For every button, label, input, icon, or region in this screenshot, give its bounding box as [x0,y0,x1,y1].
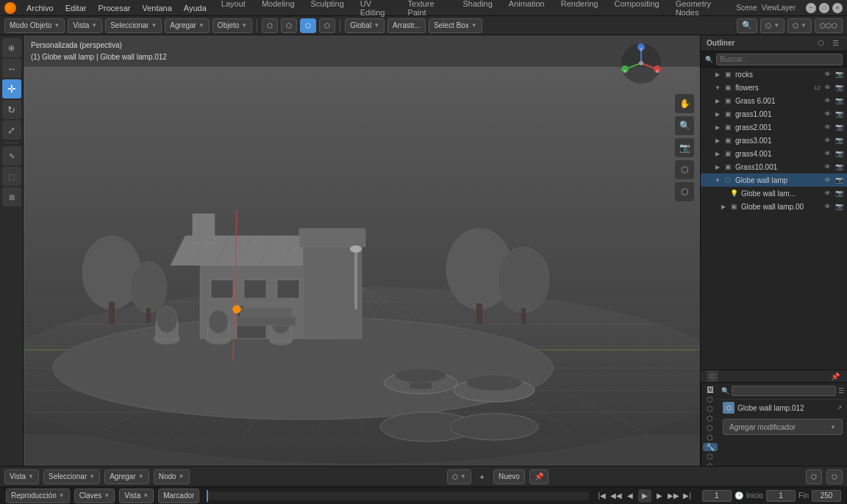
outliner-search-input[interactable] [716,54,843,65]
render-visibility-icon[interactable]: 📷 [834,82,844,93]
menu-ventana[interactable]: Ventana [137,2,176,14]
properties-menu-icon[interactable]: ☰ [838,387,844,395]
vp-nuevo-btn[interactable]: Nuevo [493,469,525,484]
external-link-icon[interactable]: ↗ [837,404,843,411]
vp-pin-btn[interactable]: 📌 [529,469,548,484]
tab-uv-editing[interactable]: UV Editing [353,0,399,18]
timeline-track[interactable] [207,492,588,500]
start-frame-input[interactable]: 1 [766,490,796,502]
visibility-icon[interactable]: 👁 [822,96,832,106]
render-visibility-icon[interactable]: 📷 [834,69,844,79]
vp-render-toggle-btn[interactable]: ⬡ [806,469,822,484]
viewport-shading-btn[interactable]: ⬡ [262,18,278,33]
outliner-item[interactable]: ▶ ▣ grass2.001 👁 📷 [701,120,847,134]
pan-view-btn[interactable]: ✋ [675,94,694,113]
cursor-tool-btn[interactable]: ⊕ [2,38,21,57]
tab-modeling[interactable]: Modeling [254,0,302,18]
scale-tool-btn[interactable]: ⤢ [2,120,21,140]
tab-sculpting[interactable]: Sculpting [304,0,351,18]
viewport-render-btn[interactable]: ⬡ [319,18,335,33]
select-box-dropdown[interactable]: Select Box ▼ [429,18,482,33]
render-visibility-icon[interactable]: 📷 [834,175,844,185]
close-button[interactable]: × [832,3,843,13]
transform-tool-btn[interactable]: ✛ [2,79,21,98]
outliner-item-globe-lamp-00[interactable]: ▶ ▣ Globe wall lamp.00 👁 📷 [701,200,847,213]
arrastr-dropdown[interactable]: Arrastr... [387,18,426,33]
jump-start-btn[interactable]: |◀ [596,490,608,502]
outliner-item[interactable]: ▶ ▣ grass1.001 👁 📷 [701,107,847,120]
prev-keyframe-btn[interactable]: ◀ [624,490,636,502]
render-visibility-icon[interactable]: 📷 [834,162,844,172]
modo-objeto-dropdown[interactable]: Modo Objeto ▼ [4,18,65,33]
next-frame-btn[interactable]: ▶▶ [668,490,679,502]
rotate-tool-btn[interactable]: ↻ [2,100,21,119]
tab-compositing[interactable]: Compositing [607,0,667,18]
agregar-dropdown[interactable]: Agregar ▼ [165,18,210,33]
tab-shading[interactable]: Shading [455,0,499,18]
tl-marcador-dropdown[interactable]: Marcador [158,489,199,503]
render-view-btn[interactable]: ⬡ [675,182,694,201]
outliner-menu-icon[interactable]: ☰ [829,37,841,49]
visibility-icon[interactable]: 👁 [822,162,832,172]
properties-pin-icon[interactable]: 📌 [829,370,841,382]
measure-tool-btn[interactable]: ⬚ [2,167,21,186]
menu-archivo[interactable]: Archivo [22,2,58,14]
vp-shading-toggle-btn[interactable]: ⬡ [826,469,843,484]
vp-agregar-dropdown[interactable]: Agregar ▼ [104,469,149,484]
current-frame-input[interactable]: 1 [702,490,732,502]
render-visibility-icon[interactable]: 📷 [834,201,844,212]
visibility-icon[interactable]: 👁 [822,148,832,159]
render-visibility-icon[interactable]: 📷 [834,188,844,198]
orientation-gizmo[interactable]: Z X Y [619,41,663,85]
outliner-item[interactable]: ▶ ▣ Grass 6.001 👁 📷 [701,94,847,107]
next-keyframe-btn[interactable]: ▶ [654,490,665,502]
outliner-item-globe-lamp[interactable]: ▼ ⬡ Globe wall lamp 👁 📷 [701,173,847,187]
particles-btn[interactable]: ⬡ [703,453,718,461]
shading-options-btn[interactable]: ⬡⬡⬡ [815,18,843,33]
render-visibility-icon[interactable]: 📷 [834,148,844,159]
add-modifier-button[interactable]: Agregar modificador ▼ [723,419,843,435]
output-properties-btn[interactable]: ⬡ [703,395,718,403]
outliner-item[interactable]: ▼ ▣ flowers 12 👁 📷 [701,81,847,94]
minimize-button[interactable]: − [806,3,816,13]
end-frame-input[interactable]: 250 [812,490,841,502]
tab-texture-paint[interactable]: Texture Paint [401,0,454,18]
tl-reproduccion-dropdown[interactable]: Reproducción ▼ [6,489,70,503]
orientacion-dropdown[interactable]: Global ▼ [345,18,385,33]
tab-rendering[interactable]: Rendering [554,0,606,18]
annotate-tool-btn[interactable]: ✎ [2,146,21,165]
render-properties-btn[interactable]: 🖼 [703,386,718,394]
visibility-icon[interactable]: 👁 [822,201,832,212]
outliner-item[interactable]: ▶ ▣ grass3.001 👁 📷 [701,134,847,147]
maximize-button[interactable]: □ [819,3,829,13]
camera-view-btn[interactable]: 📷 [675,138,694,157]
viewport-wire-btn[interactable]: ⬡ [281,18,297,33]
render-visibility-icon[interactable]: 📷 [834,122,844,132]
prev-frame-btn[interactable]: ◀◀ [610,490,622,502]
add-tool-btn[interactable]: ⊞ [2,187,21,206]
properties-icon[interactable]: ⬡ [707,370,718,382]
seleccionar-dropdown[interactable]: Seleccionar ▼ [105,18,162,33]
outliner-item[interactable]: ▶ ▣ Grass10.001 👁 📷 [701,160,847,173]
vista-dropdown[interactable]: Vista ▼ [68,18,102,33]
tab-animation[interactable]: Animation [501,0,552,18]
outliner-item[interactable]: ▶ ▣ grass4.001 👁 📷 [701,147,847,160]
outliner-filter-icon[interactable]: ⬡ [815,37,826,49]
tl-vista-dropdown[interactable]: Vista ▼ [119,489,154,503]
tl-claves-dropdown[interactable]: Claves ▼ [74,489,115,503]
move-tool-btn[interactable]: ↔ [2,59,21,78]
tab-layout[interactable]: Layout [214,0,253,18]
menu-ayuda[interactable]: Ayuda [179,2,211,14]
outliner-item[interactable]: ▶ ▣ Globe wall lam... 👁 📷 [701,213,847,215]
properties-search-input[interactable] [732,386,836,396]
render-visibility-icon[interactable]: 📷 [834,135,844,145]
visibility-icon[interactable]: 👁 [822,69,832,79]
vp-seleccionar-dropdown[interactable]: Seleccionar ▼ [43,469,100,484]
gizmo-dropdown[interactable]: ⬡ ▼ [787,18,812,33]
local-view-btn[interactable]: ⬡ [675,160,694,179]
world-props-btn[interactable]: ⬡ [703,424,718,432]
visibility-icon[interactable]: 👁 [822,122,832,132]
scene-props-btn[interactable]: ⬡ [703,414,718,422]
menu-procesar[interactable]: Procesar [93,2,135,14]
overlay-dropdown[interactable]: ⬡ ▼ [760,18,785,33]
